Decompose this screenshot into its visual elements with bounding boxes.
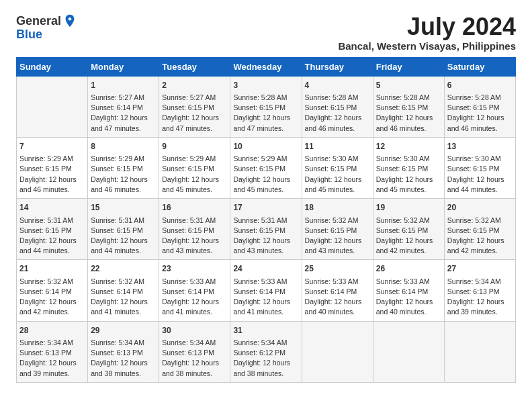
day-header: Sunday: [17, 57, 88, 76]
calendar-week-row: 7Sunrise: 5:29 AM Sunset: 6:15 PM Daylig…: [17, 137, 516, 198]
cell-date: 29: [91, 325, 156, 336]
cell-date: 17: [233, 202, 298, 214]
calendar-cell: 17Sunrise: 5:31 AM Sunset: 6:15 PM Dayli…: [230, 199, 302, 260]
cell-info: Sunrise: 5:28 AM Sunset: 6:15 PM Dayligh…: [305, 93, 370, 134]
cell-date: 15: [91, 202, 156, 214]
calendar-cell: 5Sunrise: 5:28 AM Sunset: 6:15 PM Daylig…: [373, 76, 444, 137]
cell-info: Sunrise: 5:29 AM Sunset: 6:15 PM Dayligh…: [233, 154, 298, 195]
cell-date: 19: [376, 202, 441, 214]
cell-date: 4: [305, 80, 370, 91]
cell-info: Sunrise: 5:34 AM Sunset: 6:12 PM Dayligh…: [233, 338, 298, 379]
cell-info: Sunrise: 5:33 AM Sunset: 6:14 PM Dayligh…: [305, 277, 370, 318]
calendar-cell: [444, 321, 515, 382]
cell-info: Sunrise: 5:34 AM Sunset: 6:13 PM Dayligh…: [19, 338, 85, 379]
cell-info: Sunrise: 5:34 AM Sunset: 6:13 PM Dayligh…: [162, 338, 227, 379]
day-header: Tuesday: [159, 57, 230, 76]
cell-info: Sunrise: 5:33 AM Sunset: 6:14 PM Dayligh…: [162, 277, 227, 318]
day-header: Saturday: [444, 57, 515, 76]
cell-info: Sunrise: 5:33 AM Sunset: 6:14 PM Dayligh…: [376, 277, 441, 318]
cell-date: 3: [233, 80, 298, 91]
calendar-cell: 13Sunrise: 5:30 AM Sunset: 6:15 PM Dayli…: [444, 137, 515, 198]
cell-date: 7: [19, 141, 85, 152]
cell-date: 1: [91, 80, 156, 91]
cell-info: Sunrise: 5:30 AM Sunset: 6:15 PM Dayligh…: [376, 154, 441, 195]
cell-date: 6: [447, 80, 513, 91]
day-header: Monday: [88, 57, 159, 76]
cell-date: 5: [376, 80, 441, 91]
calendar-cell: 25Sunrise: 5:33 AM Sunset: 6:14 PM Dayli…: [302, 260, 373, 321]
calendar-cell: 1Sunrise: 5:27 AM Sunset: 6:14 PM Daylig…: [88, 76, 159, 137]
cell-info: Sunrise: 5:34 AM Sunset: 6:13 PM Dayligh…: [91, 338, 156, 379]
day-header: Thursday: [302, 57, 373, 76]
calendar-table: SundayMondayTuesdayWednesdayThursdayFrid…: [16, 57, 516, 383]
calendar-cell: 3Sunrise: 5:28 AM Sunset: 6:15 PM Daylig…: [230, 76, 302, 137]
subtitle: Bancal, Western Visayas, Philippines: [338, 40, 516, 52]
cell-info: Sunrise: 5:27 AM Sunset: 6:14 PM Dayligh…: [91, 93, 156, 134]
calendar-cell: 23Sunrise: 5:33 AM Sunset: 6:14 PM Dayli…: [159, 260, 230, 321]
calendar-cell: 10Sunrise: 5:29 AM Sunset: 6:15 PM Dayli…: [230, 137, 302, 198]
cell-info: Sunrise: 5:32 AM Sunset: 6:14 PM Dayligh…: [91, 277, 156, 318]
cell-info: Sunrise: 5:32 AM Sunset: 6:15 PM Dayligh…: [376, 216, 441, 257]
title-section: July 2024 Bancal, Western Visayas, Phili…: [338, 13, 516, 52]
main-title: July 2024: [338, 13, 516, 40]
calendar-cell: 26Sunrise: 5:33 AM Sunset: 6:14 PM Dayli…: [373, 260, 444, 321]
cell-info: Sunrise: 5:28 AM Sunset: 6:15 PM Dayligh…: [233, 93, 298, 134]
calendar-cell: 30Sunrise: 5:34 AM Sunset: 6:13 PM Dayli…: [159, 321, 230, 382]
calendar-cell: 8Sunrise: 5:29 AM Sunset: 6:15 PM Daylig…: [88, 137, 159, 198]
cell-info: Sunrise: 5:31 AM Sunset: 6:15 PM Dayligh…: [91, 216, 156, 257]
calendar-cell: 15Sunrise: 5:31 AM Sunset: 6:15 PM Dayli…: [88, 199, 159, 260]
calendar-cell: 28Sunrise: 5:34 AM Sunset: 6:13 PM Dayli…: [17, 321, 88, 382]
calendar-cell: 11Sunrise: 5:30 AM Sunset: 6:15 PM Dayli…: [302, 137, 373, 198]
cell-info: Sunrise: 5:31 AM Sunset: 6:15 PM Dayligh…: [162, 216, 227, 257]
calendar-cell: 12Sunrise: 5:30 AM Sunset: 6:15 PM Dayli…: [373, 137, 444, 198]
header-row: SundayMondayTuesdayWednesdayThursdayFrid…: [17, 57, 516, 76]
cell-date: 20: [447, 202, 513, 214]
cell-date: 24: [233, 263, 298, 275]
day-header: Wednesday: [230, 57, 302, 76]
cell-info: Sunrise: 5:34 AM Sunset: 6:13 PM Dayligh…: [447, 277, 513, 318]
calendar-cell: 27Sunrise: 5:34 AM Sunset: 6:13 PM Dayli…: [444, 260, 515, 321]
calendar-cell: 16Sunrise: 5:31 AM Sunset: 6:15 PM Dayli…: [159, 199, 230, 260]
calendar-cell: 2Sunrise: 5:27 AM Sunset: 6:15 PM Daylig…: [159, 76, 230, 137]
cell-info: Sunrise: 5:29 AM Sunset: 6:15 PM Dayligh…: [19, 154, 85, 195]
cell-date: 23: [162, 263, 227, 275]
calendar-cell: 4Sunrise: 5:28 AM Sunset: 6:15 PM Daylig…: [302, 76, 373, 137]
cell-date: 12: [376, 141, 441, 152]
cell-date: 21: [19, 263, 85, 275]
cell-info: Sunrise: 5:28 AM Sunset: 6:15 PM Dayligh…: [376, 93, 441, 134]
calendar-cell: [373, 321, 444, 382]
cell-date: 27: [447, 263, 513, 275]
logo-general: General: [16, 15, 61, 27]
cell-date: 16: [162, 202, 227, 214]
cell-info: Sunrise: 5:31 AM Sunset: 6:15 PM Dayligh…: [233, 216, 298, 257]
cell-date: 2: [162, 80, 227, 91]
calendar-cell: 6Sunrise: 5:28 AM Sunset: 6:15 PM Daylig…: [444, 76, 515, 137]
cell-date: 18: [305, 202, 370, 214]
cell-info: Sunrise: 5:27 AM Sunset: 6:15 PM Dayligh…: [162, 93, 227, 134]
calendar-week-row: 21Sunrise: 5:32 AM Sunset: 6:14 PM Dayli…: [17, 260, 516, 321]
cell-date: 11: [305, 141, 370, 152]
cell-info: Sunrise: 5:32 AM Sunset: 6:15 PM Dayligh…: [447, 216, 513, 257]
calendar-cell: [17, 76, 88, 137]
calendar-cell: 20Sunrise: 5:32 AM Sunset: 6:15 PM Dayli…: [444, 199, 515, 260]
cell-info: Sunrise: 5:32 AM Sunset: 6:15 PM Dayligh…: [305, 216, 370, 257]
day-header: Friday: [373, 57, 444, 76]
cell-date: 8: [91, 141, 156, 152]
calendar-cell: 18Sunrise: 5:32 AM Sunset: 6:15 PM Dayli…: [302, 199, 373, 260]
calendar-cell: 14Sunrise: 5:31 AM Sunset: 6:15 PM Dayli…: [17, 199, 88, 260]
calendar-cell: 19Sunrise: 5:32 AM Sunset: 6:15 PM Dayli…: [373, 199, 444, 260]
cell-info: Sunrise: 5:33 AM Sunset: 6:14 PM Dayligh…: [233, 277, 298, 318]
calendar-cell: 29Sunrise: 5:34 AM Sunset: 6:13 PM Dayli…: [88, 321, 159, 382]
cell-info: Sunrise: 5:31 AM Sunset: 6:15 PM Dayligh…: [19, 216, 85, 257]
cell-date: 14: [19, 202, 85, 214]
cell-date: 26: [376, 263, 441, 275]
cell-info: Sunrise: 5:29 AM Sunset: 6:15 PM Dayligh…: [162, 154, 227, 195]
cell-info: Sunrise: 5:30 AM Sunset: 6:15 PM Dayligh…: [305, 154, 370, 195]
calendar-cell: 31Sunrise: 5:34 AM Sunset: 6:12 PM Dayli…: [230, 321, 302, 382]
calendar-week-row: 28Sunrise: 5:34 AM Sunset: 6:13 PM Dayli…: [17, 321, 516, 382]
calendar-week-row: 1Sunrise: 5:27 AM Sunset: 6:14 PM Daylig…: [17, 76, 516, 137]
cell-info: Sunrise: 5:32 AM Sunset: 6:14 PM Dayligh…: [19, 277, 85, 318]
calendar-cell: 22Sunrise: 5:32 AM Sunset: 6:14 PM Dayli…: [88, 260, 159, 321]
cell-info: Sunrise: 5:30 AM Sunset: 6:15 PM Dayligh…: [447, 154, 513, 195]
logo-icon: [62, 13, 77, 28]
